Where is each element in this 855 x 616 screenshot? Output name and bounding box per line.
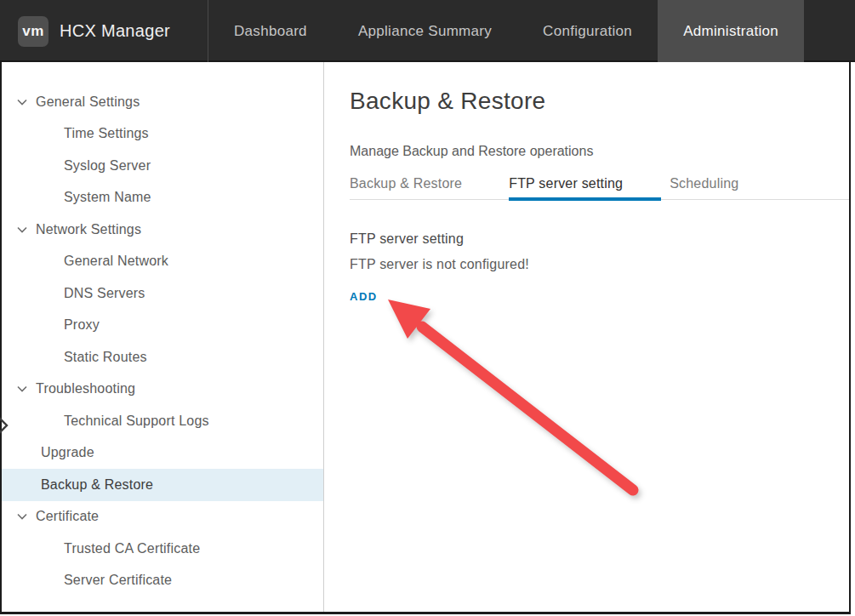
page-subtitle: Manage Backup and Restore operations <box>350 143 849 159</box>
tab-scheduling[interactable]: Scheduling <box>670 176 777 201</box>
content-tabs: Backup & Restore FTP server setting Sche… <box>350 176 849 200</box>
sidebar-item-label: Server Certificate <box>64 573 172 588</box>
section-heading: FTP server setting <box>350 231 849 247</box>
sidebar-item-general-network[interactable]: General Network <box>2 246 323 278</box>
tab-backup-restore[interactable]: Backup & Restore <box>350 176 500 201</box>
tab-ftp-server-setting[interactable]: FTP server setting <box>509 176 661 201</box>
sidebar-item-label: Time Settings <box>64 126 149 141</box>
sidebar-item-trusted-ca-certificate[interactable]: Trusted CA Certificate <box>2 533 323 565</box>
sidebar-item-label: Troubleshooting <box>36 381 135 396</box>
chevron-down-icon[interactable] <box>17 385 27 392</box>
sidebar-item-time-settings[interactable]: Time Settings <box>2 118 323 151</box>
ftp-server-section: FTP server setting FTP server is not con… <box>350 231 849 304</box>
sidebar-item-proxy[interactable]: Proxy <box>2 310 323 342</box>
sidebar-item-dns-servers[interactable]: DNS Servers <box>2 277 323 310</box>
topbar: vm HCX Manager Dashboard Appliance Summa… <box>0 0 855 62</box>
brand: vm HCX Manager <box>0 0 208 62</box>
page-title: Backup & Restore <box>350 86 849 117</box>
sidebar-item-server-certificate[interactable]: Server Certificate <box>2 565 323 597</box>
sidebar-item-general-settings[interactable]: General Settings <box>2 86 323 118</box>
nav-item-administration[interactable]: Administration <box>658 0 804 62</box>
status-message: FTP server is not configured! <box>350 257 849 272</box>
app-frame: General Settings Time Settings Syslog Se… <box>0 62 851 614</box>
nav-item-configuration[interactable]: Configuration <box>517 0 658 62</box>
sidebar-item-label: Static Routes <box>64 350 147 365</box>
sidebar-item-label: DNS Servers <box>64 286 145 301</box>
sidebar-item-label: Network Settings <box>36 222 141 237</box>
sidebar-item-backup-restore[interactable]: Backup & Restore <box>2 469 323 501</box>
sidebar-item-label: Trusted CA Certificate <box>64 541 200 556</box>
add-button[interactable]: ADD <box>350 290 378 303</box>
sidebar-item-network-settings[interactable]: Network Settings <box>2 214 323 246</box>
nav-item-dashboard[interactable]: Dashboard <box>208 0 333 62</box>
chevron-down-icon[interactable] <box>17 226 27 233</box>
sidebar-item-certificate[interactable]: Certificate <box>2 501 323 533</box>
sidebar-item-label: General Network <box>64 254 168 269</box>
chevron-down-icon[interactable] <box>17 513 27 520</box>
main-content: Backup & Restore Manage Backup and Resto… <box>325 62 849 612</box>
sidebar-item-static-routes[interactable]: Static Routes <box>2 341 323 374</box>
sidebar-item-label: Proxy <box>64 317 100 333</box>
chevron-right-icon <box>0 413 9 438</box>
top-navigation: Dashboard Appliance Summary Configuratio… <box>208 0 804 62</box>
chevron-down-icon[interactable] <box>17 99 27 106</box>
sidebar: General Settings Time Settings Syslog Se… <box>2 62 324 612</box>
sidebar-item-label: Backup & Restore <box>41 477 153 493</box>
sidebar-item-label: Certificate <box>36 509 99 524</box>
sidebar-item-label: Technical Support Logs <box>64 414 209 429</box>
sidebar-item-syslog-server[interactable]: Syslog Server <box>2 150 323 182</box>
sidebar-item-technical-support-logs[interactable]: Technical Support Logs <box>2 405 323 437</box>
sidebar-item-label: System Name <box>64 190 151 205</box>
sidebar-item-troubleshooting[interactable]: Troubleshooting <box>2 374 323 406</box>
vmware-logo-icon: vm <box>18 16 48 47</box>
sidebar-collapse-handle[interactable] <box>0 413 9 442</box>
sidebar-item-upgrade[interactable]: Upgrade <box>2 437 323 470</box>
sidebar-item-system-name[interactable]: System Name <box>2 182 323 214</box>
nav-item-appliance-summary[interactable]: Appliance Summary <box>333 0 517 62</box>
sidebar-item-label: Syslog Server <box>64 158 151 174</box>
sidebar-item-label: Upgrade <box>41 445 94 460</box>
sidebar-item-label: General Settings <box>36 94 140 110</box>
product-name: HCX Manager <box>60 21 170 41</box>
